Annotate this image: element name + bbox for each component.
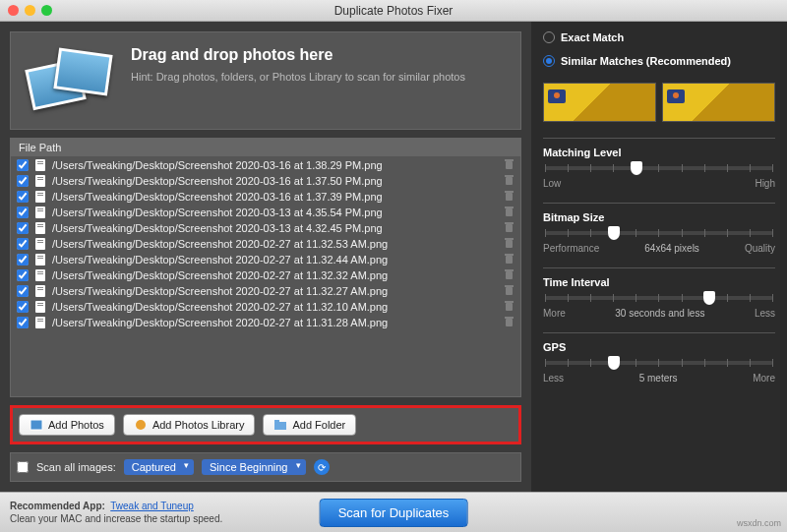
delete-file-button[interactable] <box>504 316 515 329</box>
matching-level-thumb[interactable] <box>631 161 642 175</box>
file-icon <box>34 206 46 219</box>
file-row[interactable]: /Users/Tweaking/Desktop/Screenshot 2020-… <box>11 299 520 315</box>
file-checkbox[interactable] <box>17 254 29 266</box>
captured-select[interactable]: Captured <box>124 459 194 475</box>
add-photos-button[interactable]: Add Photos <box>19 414 115 436</box>
drop-hint: Hint: Drag photos, folders, or Photos Li… <box>131 70 465 85</box>
close-button[interactable] <box>8 5 19 16</box>
file-row[interactable]: /Users/Tweaking/Desktop/Screenshot 2020-… <box>11 157 520 173</box>
scan-options: Scan all images: Captured Since Beginnin… <box>10 452 521 482</box>
svg-rect-50 <box>35 317 45 328</box>
file-row[interactable]: /Users/Tweaking/Desktop/Screenshot 2020-… <box>11 252 520 267</box>
svg-rect-7 <box>37 179 43 180</box>
delete-file-button[interactable] <box>504 300 515 314</box>
file-checkbox[interactable] <box>17 269 29 281</box>
file-checkbox[interactable] <box>17 285 29 297</box>
file-row[interactable]: /Users/Tweaking/Desktop/Screenshot 2020-… <box>11 220 520 236</box>
drop-zone[interactable]: Drag and drop photos here Hint: Drag pho… <box>10 31 521 130</box>
titlebar: Duplicate Photos Fixer <box>0 0 787 22</box>
file-path: /Users/Tweaking/Desktop/Screenshot 2020-… <box>52 222 498 234</box>
file-icon <box>34 158 46 172</box>
file-checkbox[interactable] <box>17 238 29 250</box>
delete-file-button[interactable] <box>504 253 515 266</box>
svg-rect-9 <box>505 175 514 177</box>
scan-all-checkbox[interactable] <box>17 461 29 473</box>
since-select[interactable]: Since Beginning <box>202 459 306 475</box>
file-checkbox[interactable] <box>17 159 29 171</box>
svg-rect-35 <box>35 269 45 281</box>
delete-file-button[interactable] <box>504 190 515 204</box>
svg-rect-30 <box>35 254 45 266</box>
svg-rect-47 <box>37 305 43 306</box>
file-path: /Users/Tweaking/Desktop/Screenshot 2020-… <box>52 301 498 313</box>
file-rows: /Users/Tweaking/Desktop/Screenshot 2020-… <box>11 157 520 396</box>
file-checkbox[interactable] <box>17 222 29 234</box>
svg-rect-37 <box>37 273 43 274</box>
file-icon <box>34 300 46 314</box>
file-row[interactable]: /Users/Tweaking/Desktop/Screenshot 2020-… <box>11 315 520 330</box>
file-icon <box>34 190 46 204</box>
maximize-button[interactable] <box>41 5 52 16</box>
bitmap-size-thumb[interactable] <box>608 226 620 240</box>
file-row[interactable]: /Users/Tweaking/Desktop/Screenshot 2020-… <box>11 283 520 299</box>
matching-level-track[interactable] <box>545 166 773 170</box>
file-checkbox[interactable] <box>17 301 29 313</box>
svg-rect-49 <box>505 301 514 303</box>
recommended-link[interactable]: Tweak and Tuneup <box>110 501 194 511</box>
svg-rect-5 <box>35 175 45 187</box>
file-path: /Users/Tweaking/Desktop/Screenshot 2020-… <box>52 159 498 171</box>
delete-file-button[interactable] <box>504 221 515 235</box>
gps-track[interactable] <box>545 361 773 365</box>
svg-rect-38 <box>506 271 513 279</box>
svg-rect-6 <box>37 177 43 178</box>
file-list: File Path /Users/Tweaking/Desktop/Screen… <box>10 138 521 397</box>
file-path: /Users/Tweaking/Desktop/Screenshot 2020-… <box>52 238 498 250</box>
svg-rect-15 <box>35 207 45 218</box>
svg-rect-22 <box>37 226 43 227</box>
delete-file-button[interactable] <box>504 268 515 282</box>
svg-rect-29 <box>505 238 514 240</box>
minimize-button[interactable] <box>25 5 35 16</box>
gps-thumb[interactable] <box>608 356 620 370</box>
bitmap-size-track[interactable] <box>545 231 773 235</box>
svg-point-56 <box>136 420 146 430</box>
svg-rect-24 <box>505 222 514 224</box>
scan-all-label: Scan all images: <box>36 461 116 473</box>
bitmap-size-slider: Bitmap Size Performance64x64 pixelsQuali… <box>543 203 775 260</box>
refresh-button[interactable]: ⟳ <box>314 459 330 475</box>
svg-rect-57 <box>274 422 286 430</box>
svg-rect-41 <box>37 287 43 288</box>
file-row[interactable]: /Users/Tweaking/Desktop/Screenshot 2020-… <box>11 236 520 252</box>
svg-rect-11 <box>37 193 43 194</box>
gps-slider: GPS Less5 metersMore <box>543 332 775 389</box>
add-folder-button[interactable]: Add Folder <box>263 414 356 436</box>
time-interval-thumb[interactable] <box>703 291 715 305</box>
delete-file-button[interactable] <box>504 284 515 298</box>
file-checkbox[interactable] <box>17 191 29 203</box>
svg-rect-23 <box>506 224 513 232</box>
settings-panel: Exact Match Similar Matches (Recommended… <box>531 22 787 492</box>
file-checkbox[interactable] <box>17 175 29 187</box>
file-row[interactable]: /Users/Tweaking/Desktop/Screenshot 2020-… <box>11 205 520 220</box>
svg-rect-55 <box>30 420 42 430</box>
file-row[interactable]: /Users/Tweaking/Desktop/Screenshot 2020-… <box>11 189 520 205</box>
similar-match-radio[interactable]: Similar Matches (Recommended) <box>543 55 775 67</box>
svg-rect-40 <box>35 285 45 297</box>
svg-rect-3 <box>506 161 513 169</box>
file-row[interactable]: /Users/Tweaking/Desktop/Screenshot 2020-… <box>11 267 520 283</box>
file-checkbox[interactable] <box>17 207 29 218</box>
file-icon <box>34 174 46 188</box>
file-icon <box>34 221 46 235</box>
add-library-button[interactable]: Add Photos Library <box>123 414 256 436</box>
delete-file-button[interactable] <box>504 237 515 251</box>
file-checkbox[interactable] <box>17 317 29 328</box>
delete-file-button[interactable] <box>504 158 515 172</box>
svg-rect-46 <box>37 303 43 304</box>
delete-file-button[interactable] <box>504 206 515 219</box>
svg-rect-12 <box>37 195 43 196</box>
exact-match-radio[interactable]: Exact Match <box>543 31 775 43</box>
delete-file-button[interactable] <box>504 174 515 188</box>
file-row[interactable]: /Users/Tweaking/Desktop/Screenshot 2020-… <box>11 173 520 189</box>
scan-duplicates-button[interactable]: Scan for Duplicates <box>320 499 468 527</box>
time-interval-track[interactable] <box>545 296 773 300</box>
